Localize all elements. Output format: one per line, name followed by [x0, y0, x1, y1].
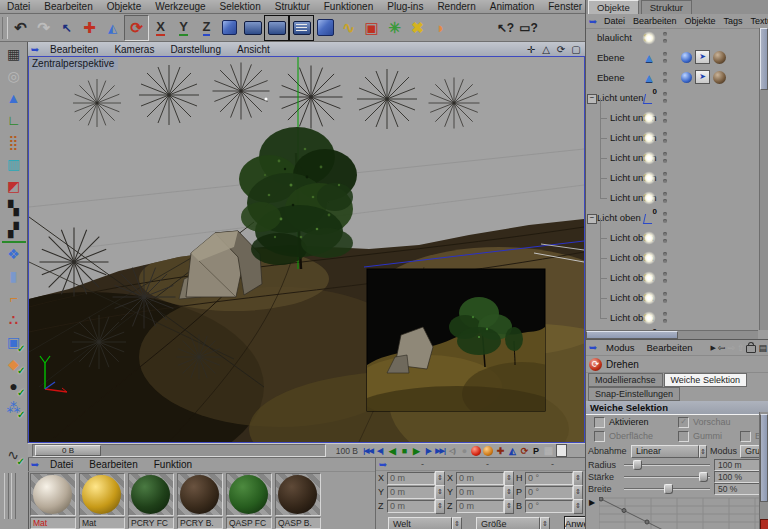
- add-spline-icon[interactable]: [337, 16, 360, 40]
- material-preview-sphere[interactable]: [82, 475, 121, 514]
- object-row[interactable]: Licht unten: [586, 128, 758, 148]
- phong-tag-icon[interactable]: [681, 52, 692, 63]
- slider-thumb[interactable]: [699, 472, 708, 482]
- menu-datei[interactable]: Datei: [0, 0, 37, 13]
- dropdown-stepper-icon[interactable]: [699, 445, 707, 458]
- material-preview-sphere[interactable]: [229, 475, 268, 514]
- viewport-camera-label[interactable]: Zentralperspektive: [30, 58, 118, 70]
- staerke-slider[interactable]: [624, 472, 710, 482]
- menu-animation[interactable]: Animation: [483, 0, 541, 13]
- visibility-dots[interactable]: [663, 52, 668, 64]
- slider-thumb[interactable]: [633, 460, 642, 470]
- polygon-object-icon[interactable]: [641, 70, 657, 86]
- play-icon[interactable]: [410, 445, 422, 457]
- key-parameter-icon[interactable]: [530, 445, 542, 457]
- panel-nav-icon[interactable]: [28, 459, 42, 470]
- visibility-dots[interactable]: [663, 192, 668, 204]
- rotate-icon[interactable]: [124, 15, 149, 41]
- panel-nav-icon[interactable]: [376, 459, 390, 470]
- light-object-icon[interactable]: [641, 170, 657, 186]
- next-key-icon[interactable]: [422, 445, 434, 457]
- key-pla-icon[interactable]: [542, 445, 554, 457]
- render-active-view-icon[interactable]: [264, 15, 289, 41]
- visibility-dots[interactable]: [663, 212, 668, 224]
- prev-key-icon[interactable]: [374, 445, 386, 457]
- stepper-icon[interactable]: [504, 471, 514, 486]
- visibility-dots[interactable]: [663, 92, 668, 104]
- menu-fenster[interactable]: Fenster: [541, 0, 589, 13]
- visibility-dots[interactable]: [663, 112, 668, 124]
- live-selection-icon[interactable]: [55, 16, 78, 40]
- dolly-view-icon[interactable]: [540, 44, 552, 55]
- vp-menu-darstellung[interactable]: Darstellung: [162, 44, 229, 55]
- x-axis-lock-icon[interactable]: X: [149, 16, 172, 40]
- object-axis-mode-icon[interactable]: [2, 109, 26, 131]
- position-x-field[interactable]: 0 m: [387, 472, 435, 485]
- vp-menu-ansicht[interactable]: Ansicht: [229, 44, 278, 55]
- radius-slider[interactable]: [624, 460, 710, 470]
- goto-start-icon[interactable]: [362, 445, 374, 457]
- goto-end-icon[interactable]: [434, 445, 446, 457]
- size-x-field[interactable]: 0 m: [456, 472, 504, 485]
- move-icon[interactable]: [78, 16, 101, 40]
- rotate-view-icon[interactable]: [555, 44, 567, 55]
- rotation-b-field[interactable]: 0 °: [525, 500, 573, 513]
- om-menu-tags[interactable]: Tags: [720, 16, 747, 26]
- redo-icon[interactable]: [32, 16, 55, 40]
- object-row[interactable]: Licht unten: [586, 88, 758, 108]
- capsule-tool-icon[interactable]: [2, 265, 26, 287]
- viewport-scene-svg[interactable]: [29, 57, 584, 442]
- undo-icon[interactable]: [9, 16, 32, 40]
- panel-nav-icon[interactable]: [586, 16, 600, 27]
- material-item[interactable]: QASP FC: [226, 473, 272, 529]
- display-tag-icon[interactable]: [695, 50, 710, 64]
- history-back-icon[interactable]: [718, 343, 726, 353]
- visibility-dots[interactable]: [663, 132, 668, 144]
- material-name[interactable]: QASP B.: [275, 517, 321, 529]
- material-item[interactable]: PCRY B.: [177, 473, 223, 529]
- play-backward-icon[interactable]: [386, 445, 398, 457]
- stop-icon[interactable]: [398, 445, 410, 457]
- model-mode-icon[interactable]: [2, 87, 26, 109]
- selection-filter-icon[interactable]: [2, 309, 26, 331]
- object-row[interactable]: Licht unten: [586, 188, 758, 208]
- menu-objekte[interactable]: Objekte: [100, 0, 148, 13]
- mat-menu-datei[interactable]: Datei: [42, 459, 81, 470]
- autokey-icon[interactable]: [483, 446, 493, 456]
- size-z-field[interactable]: 0 m: [456, 500, 504, 513]
- null-object-icon[interactable]: [641, 210, 657, 226]
- falloff-curve-svg[interactable]: [599, 497, 759, 529]
- phong-tag-icon[interactable]: [681, 72, 692, 83]
- checkbox-aktivieren[interactable]: Aktivieren: [594, 417, 678, 428]
- tab-weiche-selektion[interactable]: Weiche Selektion: [664, 373, 747, 387]
- material-name[interactable]: PCRY B.: [177, 517, 223, 529]
- object-row[interactable]: Ebene: [586, 48, 758, 68]
- object-row[interactable]: Licht unten: [586, 108, 758, 128]
- timeline-handle[interactable]: 0 B: [35, 445, 101, 456]
- visibility-dots[interactable]: [663, 272, 668, 284]
- light-object-icon[interactable]: [641, 110, 657, 126]
- object-row[interactable]: blaulicht: [586, 28, 758, 48]
- panel-grip[interactable]: [4, 473, 9, 519]
- stepper-icon[interactable]: [573, 471, 583, 486]
- texture-axis-mode-icon[interactable]: [2, 219, 26, 243]
- keying-settings-icon[interactable]: [556, 444, 567, 457]
- vp-menu-kameras[interactable]: Kameras: [106, 44, 162, 55]
- visibility-dots[interactable]: [663, 232, 668, 244]
- tab-modellierachse[interactable]: Modellierachse: [588, 373, 663, 387]
- curve-expand-icon[interactable]: [589, 498, 595, 507]
- z-axis-lock-icon[interactable]: Z: [195, 16, 218, 40]
- resize-corner[interactable]: [760, 519, 768, 529]
- disabled-convert-icon[interactable]: [2, 65, 26, 87]
- object-row[interactable]: Licht unten: [586, 168, 758, 188]
- sound-icon[interactable]: [446, 445, 458, 457]
- light-object-icon[interactable]: [641, 30, 657, 46]
- object-tree-vscrollbar[interactable]: [759, 28, 768, 330]
- object-row[interactable]: Licht oben: [586, 208, 758, 228]
- abnahme-dropdown[interactable]: Linear: [631, 445, 707, 458]
- make-editable-icon[interactable]: [2, 43, 26, 65]
- attribute-vscrollbar[interactable]: [759, 412, 768, 529]
- y-axis-lock-icon[interactable]: Y: [172, 16, 195, 40]
- light-object-icon[interactable]: [641, 310, 657, 326]
- slider-thumb[interactable]: [664, 484, 673, 494]
